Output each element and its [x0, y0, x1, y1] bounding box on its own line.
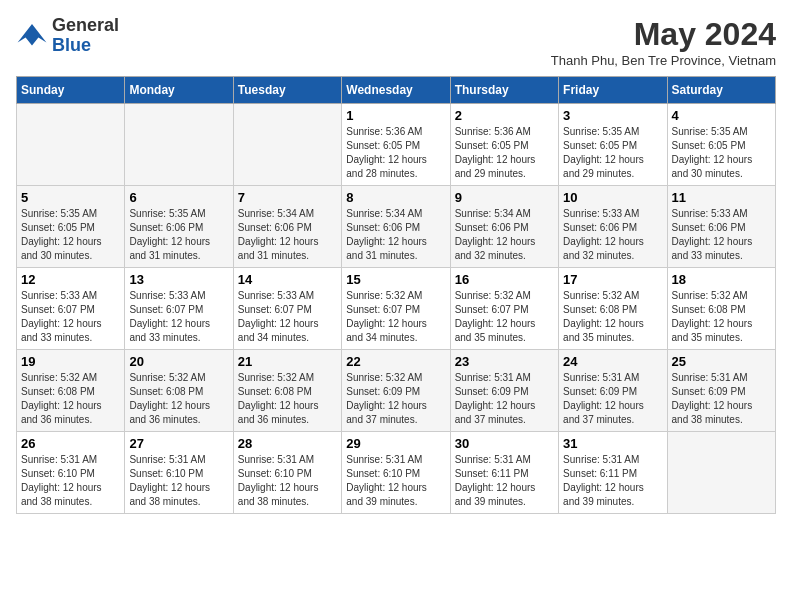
day-number: 26 — [21, 436, 120, 451]
calendar-cell: 20Sunrise: 5:32 AMSunset: 6:08 PMDayligh… — [125, 350, 233, 432]
calendar-cell: 12Sunrise: 5:33 AMSunset: 6:07 PMDayligh… — [17, 268, 125, 350]
calendar-cell: 3Sunrise: 5:35 AMSunset: 6:05 PMDaylight… — [559, 104, 667, 186]
calendar-cell: 6Sunrise: 5:35 AMSunset: 6:06 PMDaylight… — [125, 186, 233, 268]
calendar-cell: 5Sunrise: 5:35 AMSunset: 6:05 PMDaylight… — [17, 186, 125, 268]
calendar-cell: 16Sunrise: 5:32 AMSunset: 6:07 PMDayligh… — [450, 268, 558, 350]
calendar-cell: 14Sunrise: 5:33 AMSunset: 6:07 PMDayligh… — [233, 268, 341, 350]
day-info: Sunrise: 5:35 AMSunset: 6:05 PMDaylight:… — [563, 125, 662, 181]
day-number: 20 — [129, 354, 228, 369]
calendar-cell: 30Sunrise: 5:31 AMSunset: 6:11 PMDayligh… — [450, 432, 558, 514]
day-info: Sunrise: 5:31 AMSunset: 6:11 PMDaylight:… — [455, 453, 554, 509]
calendar-cell: 22Sunrise: 5:32 AMSunset: 6:09 PMDayligh… — [342, 350, 450, 432]
day-info: Sunrise: 5:34 AMSunset: 6:06 PMDaylight:… — [346, 207, 445, 263]
logo-text: General Blue — [52, 16, 119, 56]
weekday-header-thursday: Thursday — [450, 77, 558, 104]
day-info: Sunrise: 5:36 AMSunset: 6:05 PMDaylight:… — [455, 125, 554, 181]
day-number: 28 — [238, 436, 337, 451]
day-info: Sunrise: 5:35 AMSunset: 6:05 PMDaylight:… — [672, 125, 771, 181]
day-number: 15 — [346, 272, 445, 287]
day-number: 10 — [563, 190, 662, 205]
calendar-cell: 15Sunrise: 5:32 AMSunset: 6:07 PMDayligh… — [342, 268, 450, 350]
weekday-header-wednesday: Wednesday — [342, 77, 450, 104]
day-info: Sunrise: 5:33 AMSunset: 6:07 PMDaylight:… — [21, 289, 120, 345]
day-info: Sunrise: 5:32 AMSunset: 6:07 PMDaylight:… — [455, 289, 554, 345]
calendar-cell: 7Sunrise: 5:34 AMSunset: 6:06 PMDaylight… — [233, 186, 341, 268]
day-info: Sunrise: 5:35 AMSunset: 6:05 PMDaylight:… — [21, 207, 120, 263]
logo: General Blue — [16, 16, 119, 56]
calendar-cell: 8Sunrise: 5:34 AMSunset: 6:06 PMDaylight… — [342, 186, 450, 268]
day-info: Sunrise: 5:36 AMSunset: 6:05 PMDaylight:… — [346, 125, 445, 181]
day-info: Sunrise: 5:33 AMSunset: 6:07 PMDaylight:… — [238, 289, 337, 345]
day-number: 14 — [238, 272, 337, 287]
calendar-cell: 25Sunrise: 5:31 AMSunset: 6:09 PMDayligh… — [667, 350, 775, 432]
calendar-cell: 9Sunrise: 5:34 AMSunset: 6:06 PMDaylight… — [450, 186, 558, 268]
calendar-cell: 23Sunrise: 5:31 AMSunset: 6:09 PMDayligh… — [450, 350, 558, 432]
day-number: 9 — [455, 190, 554, 205]
weekday-header-monday: Monday — [125, 77, 233, 104]
calendar-cell: 11Sunrise: 5:33 AMSunset: 6:06 PMDayligh… — [667, 186, 775, 268]
calendar-week-3: 12Sunrise: 5:33 AMSunset: 6:07 PMDayligh… — [17, 268, 776, 350]
calendar-cell: 13Sunrise: 5:33 AMSunset: 6:07 PMDayligh… — [125, 268, 233, 350]
calendar-body: 1Sunrise: 5:36 AMSunset: 6:05 PMDaylight… — [17, 104, 776, 514]
day-number: 29 — [346, 436, 445, 451]
calendar-cell: 1Sunrise: 5:36 AMSunset: 6:05 PMDaylight… — [342, 104, 450, 186]
weekday-header-sunday: Sunday — [17, 77, 125, 104]
day-number: 2 — [455, 108, 554, 123]
day-number: 3 — [563, 108, 662, 123]
day-info: Sunrise: 5:32 AMSunset: 6:08 PMDaylight:… — [238, 371, 337, 427]
calendar-week-5: 26Sunrise: 5:31 AMSunset: 6:10 PMDayligh… — [17, 432, 776, 514]
day-number: 11 — [672, 190, 771, 205]
calendar-week-4: 19Sunrise: 5:32 AMSunset: 6:08 PMDayligh… — [17, 350, 776, 432]
calendar-cell: 19Sunrise: 5:32 AMSunset: 6:08 PMDayligh… — [17, 350, 125, 432]
day-number: 8 — [346, 190, 445, 205]
day-info: Sunrise: 5:31 AMSunset: 6:10 PMDaylight:… — [129, 453, 228, 509]
day-info: Sunrise: 5:32 AMSunset: 6:08 PMDaylight:… — [129, 371, 228, 427]
day-info: Sunrise: 5:34 AMSunset: 6:06 PMDaylight:… — [238, 207, 337, 263]
calendar-header: SundayMondayTuesdayWednesdayThursdayFrid… — [17, 77, 776, 104]
day-number: 31 — [563, 436, 662, 451]
calendar-cell: 18Sunrise: 5:32 AMSunset: 6:08 PMDayligh… — [667, 268, 775, 350]
calendar-cell: 17Sunrise: 5:32 AMSunset: 6:08 PMDayligh… — [559, 268, 667, 350]
calendar-cell: 27Sunrise: 5:31 AMSunset: 6:10 PMDayligh… — [125, 432, 233, 514]
day-info: Sunrise: 5:32 AMSunset: 6:07 PMDaylight:… — [346, 289, 445, 345]
day-number: 5 — [21, 190, 120, 205]
calendar-cell: 31Sunrise: 5:31 AMSunset: 6:11 PMDayligh… — [559, 432, 667, 514]
day-number: 25 — [672, 354, 771, 369]
day-number: 4 — [672, 108, 771, 123]
day-info: Sunrise: 5:33 AMSunset: 6:06 PMDaylight:… — [672, 207, 771, 263]
day-info: Sunrise: 5:31 AMSunset: 6:10 PMDaylight:… — [238, 453, 337, 509]
day-info: Sunrise: 5:32 AMSunset: 6:08 PMDaylight:… — [672, 289, 771, 345]
day-number: 16 — [455, 272, 554, 287]
day-number: 7 — [238, 190, 337, 205]
location-subtitle: Thanh Phu, Ben Tre Province, Vietnam — [551, 53, 776, 68]
calendar-week-2: 5Sunrise: 5:35 AMSunset: 6:05 PMDaylight… — [17, 186, 776, 268]
calendar-cell — [667, 432, 775, 514]
calendar-cell — [233, 104, 341, 186]
calendar-cell: 2Sunrise: 5:36 AMSunset: 6:05 PMDaylight… — [450, 104, 558, 186]
day-info: Sunrise: 5:32 AMSunset: 6:09 PMDaylight:… — [346, 371, 445, 427]
calendar-cell: 28Sunrise: 5:31 AMSunset: 6:10 PMDayligh… — [233, 432, 341, 514]
calendar-cell: 29Sunrise: 5:31 AMSunset: 6:10 PMDayligh… — [342, 432, 450, 514]
day-info: Sunrise: 5:33 AMSunset: 6:07 PMDaylight:… — [129, 289, 228, 345]
day-info: Sunrise: 5:31 AMSunset: 6:11 PMDaylight:… — [563, 453, 662, 509]
calendar-table: SundayMondayTuesdayWednesdayThursdayFrid… — [16, 76, 776, 514]
day-number: 19 — [21, 354, 120, 369]
day-info: Sunrise: 5:31 AMSunset: 6:09 PMDaylight:… — [455, 371, 554, 427]
day-info: Sunrise: 5:31 AMSunset: 6:09 PMDaylight:… — [672, 371, 771, 427]
calendar-cell — [125, 104, 233, 186]
calendar-cell: 26Sunrise: 5:31 AMSunset: 6:10 PMDayligh… — [17, 432, 125, 514]
day-number: 24 — [563, 354, 662, 369]
svg-marker-0 — [18, 24, 47, 46]
weekday-header-tuesday: Tuesday — [233, 77, 341, 104]
day-info: Sunrise: 5:33 AMSunset: 6:06 PMDaylight:… — [563, 207, 662, 263]
day-info: Sunrise: 5:34 AMSunset: 6:06 PMDaylight:… — [455, 207, 554, 263]
calendar-cell: 24Sunrise: 5:31 AMSunset: 6:09 PMDayligh… — [559, 350, 667, 432]
day-number: 1 — [346, 108, 445, 123]
weekday-header-friday: Friday — [559, 77, 667, 104]
day-number: 18 — [672, 272, 771, 287]
day-info: Sunrise: 5:35 AMSunset: 6:06 PMDaylight:… — [129, 207, 228, 263]
calendar-cell — [17, 104, 125, 186]
month-year-title: May 2024 — [551, 16, 776, 53]
day-number: 13 — [129, 272, 228, 287]
calendar-cell: 10Sunrise: 5:33 AMSunset: 6:06 PMDayligh… — [559, 186, 667, 268]
